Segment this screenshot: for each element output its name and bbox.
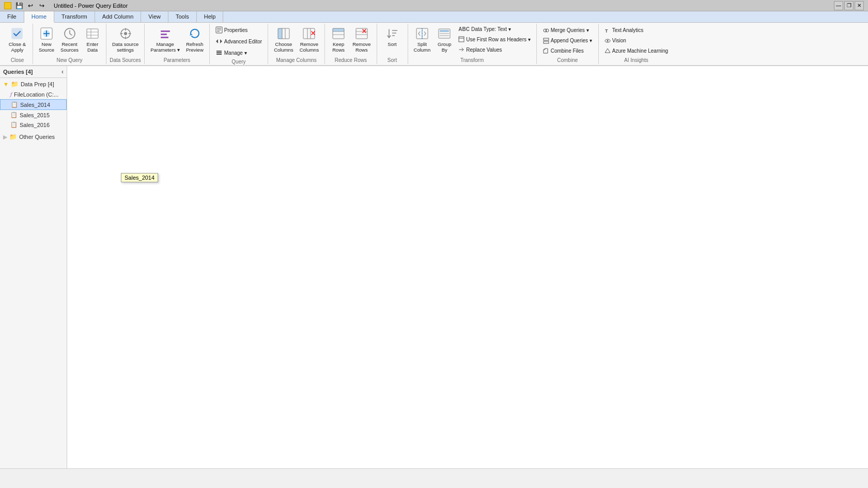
parameters-group-items: ManageParameters ▾ RefreshPreview	[148, 25, 206, 56]
recent-sources-button[interactable]: RecentSources	[58, 25, 81, 55]
vision-icon	[605, 38, 611, 44]
minimize-btn[interactable]: —	[834, 1, 843, 10]
title-bar: 💾 ↩ ↪ Untitled - Power Query Editor — ❐ …	[0, 0, 868, 11]
manage-parameters-label: ManageParameters ▾	[150, 41, 180, 53]
ribbon-group-new-query: NewSource RecentSources EnterData New Qu…	[33, 24, 106, 64]
manage-button[interactable]: Manage ▾	[213, 48, 250, 58]
sidebar-item-sales-2016[interactable]: 📋 Sales_2016	[0, 120, 67, 130]
data-sources-group-label: Data Sources	[110, 56, 141, 63]
close-apply-label: Close &Apply	[9, 41, 26, 53]
close-apply-icon	[10, 26, 24, 41]
datasource-settings-label: Data sourcesettings	[112, 41, 138, 53]
sidebar-group-header-other-queries[interactable]: ▶ 📁 Other Queries	[0, 132, 67, 142]
append-queries-button[interactable]: Append Queries ▾	[540, 36, 595, 45]
parameters-group-label: Parameters	[148, 56, 206, 63]
tab-help[interactable]: Help	[197, 11, 224, 22]
combine-files-button[interactable]: Combine Files	[540, 46, 586, 56]
sort-button[interactable]: Sort	[382, 25, 402, 49]
tab-home[interactable]: Home	[24, 11, 54, 23]
redo-quick-btn[interactable]: ↪	[37, 1, 47, 10]
svg-point-9	[124, 32, 127, 35]
combine-group-items: Merge Queries ▾ Append Queries ▾ Combine…	[540, 25, 595, 56]
tab-tools[interactable]: Tools	[168, 11, 197, 22]
manage-parameters-icon	[158, 26, 173, 41]
azure-ml-button[interactable]: Azure Machine Learning	[602, 46, 671, 56]
sales-2015-label: Sales_2015	[20, 112, 50, 118]
text-analytics-button[interactable]: T Text Analytics	[602, 26, 646, 35]
properties-button[interactable]: Properties	[213, 25, 251, 35]
sidebar-item-sales-2014[interactable]: 📋 Sales_2014	[0, 99, 67, 110]
data-type-button[interactable]: ABC Data Type: Text ▾	[456, 25, 514, 34]
replace-values-button[interactable]: Replace Values	[456, 45, 504, 54]
combine-files-label: Combine Files	[551, 48, 584, 54]
sidebar-group-other-queries: ▶ 📁 Other Queries	[0, 131, 67, 143]
tab-view[interactable]: View	[141, 11, 168, 22]
merge-queries-button[interactable]: Merge Queries ▾	[540, 26, 592, 35]
close-btn[interactable]: ✕	[855, 1, 864, 10]
svg-rect-48	[544, 41, 549, 43]
table-icon-2015: 📋	[10, 112, 18, 118]
keep-rows-icon	[331, 26, 346, 41]
sidebar-collapse-btn[interactable]: ‹	[61, 68, 64, 75]
new-source-button[interactable]: NewSource	[36, 25, 57, 55]
group-by-button[interactable]: GroupBy	[434, 25, 455, 55]
keep-rows-button[interactable]: KeepRows	[328, 25, 349, 55]
choose-columns-icon	[276, 26, 291, 41]
first-row-headers-button[interactable]: Use First Row as Headers ▾	[456, 35, 533, 44]
enter-data-button[interactable]: EnterData	[82, 25, 103, 55]
manage-parameters-button[interactable]: ManageParameters ▾	[148, 25, 182, 55]
tab-transform[interactable]: Transform	[54, 11, 95, 22]
tooltip: Sales_2014	[121, 173, 158, 182]
tab-add-column[interactable]: Add Column	[95, 11, 142, 22]
advanced-editor-button[interactable]: Advanced Editor	[213, 36, 265, 46]
tab-file[interactable]: File	[0, 11, 24, 22]
svg-rect-19	[216, 54, 222, 55]
refresh-preview-icon	[188, 26, 202, 41]
remove-columns-button[interactable]: RemoveColumns	[297, 25, 322, 55]
tooltip-text: Sales_2014	[125, 175, 154, 181]
param-icon: 𝑓	[10, 91, 12, 98]
sidebar-item-file-location[interactable]: 𝑓 FileLocation (C:...	[0, 89, 67, 99]
transform-group-label: Transform	[411, 56, 533, 63]
append-queries-icon	[543, 38, 549, 44]
ribbon-group-transform: SplitColumn GroupBy ABC Data Type: Text …	[408, 24, 537, 64]
svg-rect-17	[216, 51, 222, 52]
query-group-label: Query	[213, 58, 265, 65]
restore-btn[interactable]: ❐	[844, 1, 854, 10]
ribbon-content: Close &Apply Close NewSource RecentSou	[0, 23, 868, 65]
transform-small-group: ABC Data Type: Text ▾ Use First Row as H…	[456, 25, 533, 54]
sidebar-item-sales-2015[interactable]: 📋 Sales_2015	[0, 110, 67, 120]
sort-label: Sort	[388, 41, 396, 47]
group-by-label: GroupBy	[438, 41, 451, 53]
vision-button[interactable]: Vision	[602, 36, 629, 45]
choose-columns-button[interactable]: ChooseColumns	[271, 25, 296, 55]
folder-icon: 📁	[11, 81, 19, 88]
undo-quick-btn[interactable]: ↩	[26, 1, 35, 10]
sidebar: Queries [4] ‹ ▼ 📁 Data Prep [4] 𝑓 FileLo…	[0, 66, 67, 468]
file-location-label: FileLocation (C:...	[14, 91, 58, 98]
save-quick-btn[interactable]: 💾	[14, 1, 24, 10]
split-column-button[interactable]: SplitColumn	[411, 25, 433, 55]
new-source-label: NewSource	[39, 41, 54, 53]
append-queries-label: Append Queries ▾	[551, 38, 592, 43]
folder-icon-other: 📁	[9, 133, 17, 140]
combine-group-label: Combine	[540, 56, 595, 63]
remove-rows-button[interactable]: RemoveRows	[350, 25, 373, 55]
ai-insights-group-items: T Text Analytics Vision Azure Machine Le…	[602, 25, 671, 56]
close-group-items: Close &Apply	[6, 25, 28, 56]
svg-marker-52	[605, 49, 610, 53]
svg-point-51	[607, 40, 608, 41]
app-icon	[4, 2, 11, 9]
close-apply-button[interactable]: Close &Apply	[6, 25, 28, 55]
datasource-settings-button[interactable]: Data sourcesettings	[110, 25, 141, 55]
sidebar-group-label-data-prep: Data Prep [4]	[21, 81, 54, 87]
svg-point-46	[546, 29, 549, 32]
refresh-preview-button[interactable]: RefreshPreview	[183, 25, 206, 55]
choose-columns-label: ChooseColumns	[274, 41, 293, 53]
sidebar-group-data-prep: ▼ 📁 Data Prep [4] 𝑓 FileLocation (C:... …	[0, 78, 67, 131]
sales-2016-label: Sales_2016	[20, 122, 50, 128]
enter-data-icon	[85, 26, 100, 41]
merge-queries-icon	[543, 27, 549, 34]
sidebar-group-header-data-prep[interactable]: ▼ 📁 Data Prep [4]	[0, 79, 67, 89]
replace-values-icon	[458, 46, 464, 53]
